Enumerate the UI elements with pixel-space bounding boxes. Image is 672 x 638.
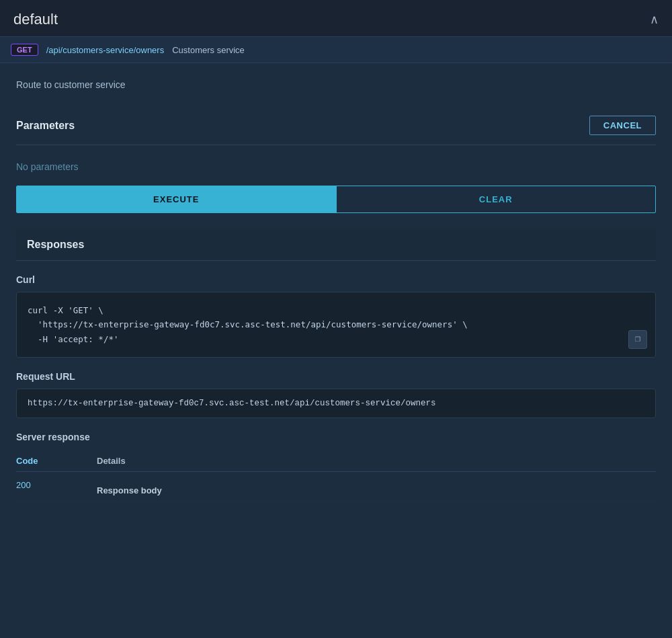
cancel-button[interactable]: CANCEL bbox=[589, 116, 656, 135]
curl-section: Curl curl -X 'GET' \ 'https://tx-enterpr… bbox=[16, 274, 656, 358]
parameters-title: Parameters bbox=[16, 120, 75, 132]
response-details: Response body bbox=[97, 471, 656, 501]
page-header: default ∧ bbox=[0, 0, 672, 37]
no-parameters-text: No parameters bbox=[16, 156, 656, 186]
route-description: Route to customer service bbox=[16, 77, 656, 90]
responses-title: Responses bbox=[27, 239, 84, 250]
curl-code: curl -X 'GET' \ 'https://tx-enterprise-g… bbox=[28, 303, 644, 346]
request-url-value: https://tx-enterprise-gateway-fd0c7.svc.… bbox=[16, 389, 656, 418]
endpoint-description: Customers service bbox=[172, 45, 245, 55]
api-endpoint-bar: GET /api/customers-service/owners Custom… bbox=[0, 37, 672, 63]
responses-header: Responses bbox=[16, 229, 656, 261]
response-table: Code Details 200 Response body bbox=[16, 450, 656, 502]
responses-section: Responses Curl curl -X 'GET' \ 'https://… bbox=[16, 229, 656, 502]
endpoint-path: /api/customers-service/owners bbox=[46, 45, 165, 55]
chevron-up-icon[interactable]: ∧ bbox=[650, 12, 659, 27]
response-body-label: Response body bbox=[97, 480, 648, 495]
curl-code-block: curl -X 'GET' \ 'https://tx-enterprise-g… bbox=[16, 292, 656, 358]
copy-icon[interactable]: ❐ bbox=[628, 330, 647, 349]
clear-button[interactable]: CLEAR bbox=[336, 186, 656, 212]
method-badge: GET bbox=[11, 44, 38, 56]
action-buttons: EXECUTE CLEAR bbox=[16, 186, 656, 213]
request-url-label: Request URL bbox=[16, 371, 656, 382]
page-title: default bbox=[13, 11, 58, 28]
response-code: 200 bbox=[16, 471, 97, 501]
curl-label: Curl bbox=[16, 274, 656, 285]
main-content: Route to customer service Parameters CAN… bbox=[0, 63, 672, 638]
code-column-header: Code bbox=[16, 450, 97, 472]
server-response-section: Server response Code Details 200 Respons… bbox=[16, 432, 656, 502]
parameters-section-header: Parameters CANCEL bbox=[16, 106, 656, 145]
server-response-label: Server response bbox=[16, 432, 656, 442]
details-column-header: Details bbox=[97, 450, 656, 472]
table-row: 200 Response body bbox=[16, 471, 656, 501]
request-url-section: Request URL https://tx-enterprise-gatewa… bbox=[16, 371, 656, 418]
execute-button[interactable]: EXECUTE bbox=[17, 186, 336, 212]
